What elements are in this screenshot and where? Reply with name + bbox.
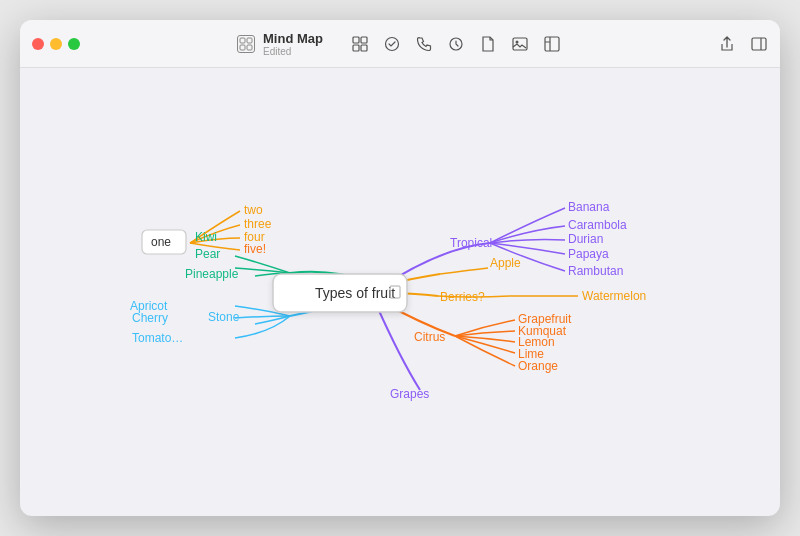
svg-text:one: one: [151, 235, 171, 249]
svg-text:Carambola: Carambola: [568, 218, 627, 232]
svg-text:five!: five!: [244, 242, 266, 256]
svg-rect-4: [353, 37, 359, 43]
mindmap-svg: Types of fruit Tropical Banana Carambola…: [20, 68, 780, 516]
sidebar-icon[interactable]: [750, 35, 768, 53]
svg-text:Pear: Pear: [195, 247, 220, 261]
share-icon[interactable]: [718, 35, 736, 53]
svg-text:Stone: Stone: [208, 310, 240, 324]
svg-text:Papaya: Papaya: [568, 247, 609, 261]
maximize-button[interactable]: [68, 38, 80, 50]
app-title: Mind Map: [263, 31, 323, 46]
checkmark-circle-icon[interactable]: [383, 35, 401, 53]
svg-rect-7: [361, 45, 367, 51]
svg-text:Kiwi: Kiwi: [195, 230, 217, 244]
svg-text:Orange: Orange: [518, 359, 558, 373]
svg-text:Watermelon: Watermelon: [582, 289, 646, 303]
titlebar: Mind Map Edited: [20, 20, 780, 68]
phone-icon[interactable]: [415, 35, 433, 53]
svg-text:Banana: Banana: [568, 200, 610, 214]
svg-text:Tropical: Tropical: [450, 236, 492, 250]
svg-text:Pineapple: Pineapple: [185, 267, 239, 281]
svg-rect-12: [545, 37, 559, 51]
svg-rect-3: [247, 45, 252, 50]
layout-icon[interactable]: [543, 35, 561, 53]
svg-text:Rambutan: Rambutan: [568, 264, 623, 278]
svg-text:Citrus: Citrus: [414, 330, 445, 344]
svg-text:Berries?: Berries?: [440, 290, 485, 304]
svg-rect-1: [247, 38, 252, 43]
toolbar-icons: [351, 35, 561, 53]
history-icon[interactable]: [447, 35, 465, 53]
svg-rect-5: [361, 37, 367, 43]
svg-text:Cherry: Cherry: [132, 311, 168, 325]
svg-rect-6: [353, 45, 359, 51]
app-subtitle: Edited: [263, 46, 291, 57]
svg-rect-10: [513, 38, 527, 50]
svg-text:two: two: [244, 203, 263, 217]
minimize-button[interactable]: [50, 38, 62, 50]
image-icon[interactable]: [511, 35, 529, 53]
title-text: Mind Map Edited: [263, 31, 323, 57]
svg-rect-2: [240, 45, 245, 50]
svg-text:Grapes: Grapes: [390, 387, 429, 401]
svg-text:Types of fruit: Types of fruit: [315, 285, 395, 301]
svg-point-11: [515, 40, 518, 43]
grid-icon[interactable]: [351, 35, 369, 53]
svg-rect-15: [752, 38, 766, 50]
app-window: Mind Map Edited: [20, 20, 780, 516]
traffic-lights: [32, 38, 80, 50]
close-button[interactable]: [32, 38, 44, 50]
svg-point-8: [385, 37, 398, 50]
svg-text:three: three: [244, 217, 272, 231]
svg-text:Tomato…: Tomato…: [132, 331, 183, 345]
titlebar-center: Mind Map Edited: [80, 31, 718, 57]
svg-text:Durian: Durian: [568, 232, 603, 246]
svg-text:Apple: Apple: [490, 256, 521, 270]
svg-rect-0: [240, 38, 245, 43]
titlebar-right: [718, 35, 768, 53]
document-icon[interactable]: [479, 35, 497, 53]
app-icon: [237, 35, 255, 53]
canvas: Types of fruit Tropical Banana Carambola…: [20, 68, 780, 516]
